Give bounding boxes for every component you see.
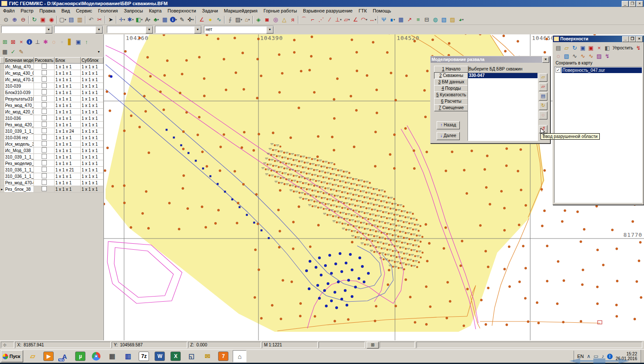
chrome-taskbar-icon[interactable] — [90, 351, 103, 362]
screen-recorder-taskbar-icon[interactable]: ◱ — [185, 351, 198, 362]
combo-dropdown-icon[interactable]: ▼ — [266, 26, 273, 34]
select-frame-icon[interactable]: ▢▾ — [58, 15, 67, 24]
language-indicator[interactable]: EN — [577, 354, 584, 359]
draw-checkbox[interactable] — [42, 154, 47, 159]
model-name-cell[interactable]: Рез_мод_470-075 — [4, 180, 34, 186]
geology-map-icon[interactable]: ▨ — [448, 15, 457, 24]
menu-растр[interactable]: Растр — [18, 7, 36, 14]
surfaces-title-bar[interactable]: Поверхности _ ❐ × — [553, 36, 644, 42]
surfaces-save-as-icon[interactable]: ▣ — [587, 44, 595, 52]
step-button-7[interactable]: 7 Смещение — [434, 104, 468, 111]
draw-checkbox-cell[interactable] — [34, 128, 55, 135]
list-boxes-icon[interactable]: ⊟ — [422, 15, 431, 24]
surfaces-close-button[interactable]: × — [636, 36, 643, 42]
dome-icon[interactable]: ⌒ — [300, 15, 308, 24]
draw-checkbox[interactable] — [42, 167, 47, 172]
attach-icon[interactable]: ∮ — [226, 15, 234, 24]
column-header-Рисовать[interactable]: Рисовать — [34, 58, 55, 64]
draw-checkbox-cell[interactable] — [34, 96, 55, 102]
model-name-cell[interactable]: Рез_мод_420_093 — [4, 122, 34, 128]
corner-icon[interactable]: ⌐ — [308, 15, 317, 24]
model-info-icon[interactable]: i — [25, 38, 33, 46]
erase-icon[interactable]: ✂ — [95, 15, 104, 24]
word-taskbar-icon[interactable]: W — [153, 351, 166, 362]
sketch-icon[interactable]: ✎ — [17, 48, 25, 56]
menu-геология[interactable]: Геология — [95, 7, 121, 14]
draw-checkbox-cell[interactable] — [34, 135, 55, 141]
palette-icon[interactable]: ✱ — [42, 38, 50, 46]
display-tray-icon[interactable]: ▭ — [594, 353, 598, 359]
model-name-cell[interactable]: 310_036_1_1_Н.с — [4, 167, 34, 173]
step-button-5[interactable]: 5 Кусковатость — [434, 92, 468, 98]
draw-checkbox[interactable] — [42, 180, 47, 185]
draw-checkbox[interactable] — [42, 102, 47, 107]
draw-checkbox-cell[interactable] — [34, 180, 55, 186]
grid-table-icon[interactable]: ▦ — [397, 15, 405, 24]
model-name-cell[interactable]: 310-036 — [4, 115, 34, 122]
model-name-cell[interactable]: 310-036 rez — [4, 135, 34, 141]
surfaces-refresh-icon[interactable]: ↻ — [571, 44, 579, 52]
globe-icon[interactable]: ◕▾ — [457, 15, 465, 24]
draw-checkbox[interactable] — [42, 173, 47, 178]
redraw-region-icon[interactable]: ◉ — [47, 15, 56, 24]
undo-icon[interactable]: ↶ — [87, 15, 95, 24]
menu-файл[interactable]: Файл — [0, 7, 18, 14]
symbol-icon[interactable]: ♣▾ — [152, 15, 161, 24]
warning-icon[interactable]: △ — [280, 15, 289, 24]
mail-viewer-taskbar-icon[interactable]: ✉ — [201, 351, 214, 362]
surfaces-maximize-button[interactable]: ❐ — [629, 36, 636, 42]
measure-angle-icon[interactable]: ∠ — [197, 15, 206, 24]
menu-карта[interactable]: Карта — [146, 7, 164, 14]
draw-checkbox[interactable] — [42, 109, 47, 114]
filter-combo-2[interactable]: ▼ — [54, 26, 103, 33]
save-block-icon[interactable]: ◙ — [263, 15, 271, 24]
borehole-icon[interactable]: ∎▾ — [388, 15, 397, 24]
utorrent-taskbar-icon[interactable]: µ — [74, 351, 87, 362]
catalog-taskbar-icon[interactable]: ▥ — [122, 351, 134, 362]
draw-checkbox-cell[interactable] — [34, 83, 55, 89]
model-name-cell[interactable]: Рез_моделир_330 — [4, 160, 34, 167]
blast-block-icon[interactable]: ◈ — [254, 15, 263, 24]
show-desktop-button[interactable] — [641, 350, 644, 363]
draw-checkbox[interactable] — [42, 147, 47, 153]
surfaces2-line-20a-icon[interactable]: ∿ — [579, 52, 587, 60]
calculator-icon[interactable]: ▦ — [1, 48, 9, 56]
menu-взрывное-разрушение[interactable]: Взрывное разрушение — [300, 7, 356, 14]
menu-гтк[interactable]: ГТК — [355, 7, 370, 14]
draw-checkbox[interactable] — [42, 128, 47, 133]
surfaces2-surface-icon[interactable]: ▨ — [595, 52, 603, 60]
search-well-icon[interactable]: ◎ — [271, 15, 280, 24]
model-name-cell[interactable]: Ис_Мод_470_113 — [4, 64, 34, 70]
menu-правка[interactable]: Правка — [36, 7, 58, 14]
table-row[interactable]: Рез_моделир_3301 x 1 x 11 x 1 x 1 — [0, 160, 103, 167]
surfaces-save-icon[interactable]: ▣ — [579, 44, 587, 52]
table-row[interactable]: 310-0391 x 1 x 11 x 1 x 1 — [0, 83, 103, 89]
start-button[interactable]: Пуск — [1, 350, 23, 362]
draw-checkbox-cell[interactable] — [34, 76, 55, 83]
fill-icon[interactable]: ◧▾ — [135, 15, 143, 24]
redraw-extent-icon[interactable]: ▣ — [39, 15, 47, 24]
draw-checkbox[interactable] — [42, 115, 47, 120]
toolbar-overflow-icon[interactable]: ▾ — [98, 50, 100, 54]
blank-icon[interactable]: ▫ — [58, 38, 66, 46]
draw-checkbox[interactable] — [42, 70, 47, 75]
marker-icon[interactable]: ● — [206, 15, 215, 24]
calculator-taskbar-icon[interactable]: ▦ — [106, 351, 118, 362]
segment-icon[interactable]: ⁄ — [325, 15, 334, 24]
zoom-out-icon[interactable]: ⊖ — [19, 15, 27, 24]
pen-icon[interactable]: ✎ — [178, 15, 186, 24]
table-row[interactable]: Исх_модель_3301 x 1 x 11 x 1 x 1 — [0, 141, 103, 147]
excel-taskbar-icon[interactable]: X — [169, 351, 182, 362]
surfaces2-run-icon[interactable]: ↯ — [603, 52, 611, 60]
prism-icon[interactable]: ⌂▾ — [243, 15, 252, 24]
info-point-icon[interactable]: i▾ — [169, 15, 178, 24]
table-row[interactable]: Ис_Мод_470_1131 x 1 x 11 x 1 x 1 — [0, 64, 103, 70]
7data-taskbar-icon[interactable]: 7 — [217, 351, 230, 362]
combo-dropdown-icon[interactable]: ▼ — [95, 26, 103, 34]
app-a-52x-taskbar-icon[interactable]: A52x — [58, 351, 71, 362]
table-row[interactable]: Ис_мод_420_0931 x 1 x 11 x 1 x 1 — [0, 109, 103, 115]
draw-checkbox-cell[interactable] — [34, 102, 55, 109]
table-row[interactable]: Блок310-0391 x 1 x 11 x 1 x 1 — [0, 89, 103, 96]
move-icon[interactable]: ✜▾ — [186, 15, 195, 24]
step-button-4[interactable]: 4 Породы — [434, 85, 468, 92]
